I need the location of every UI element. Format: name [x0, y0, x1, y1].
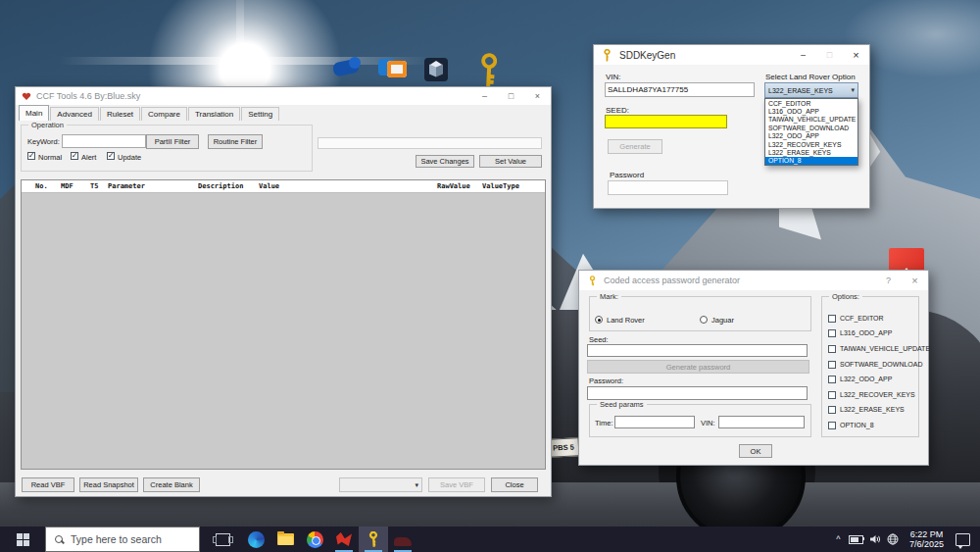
car-app-icon [394, 537, 412, 546]
time-input[interactable] [614, 416, 695, 428]
option-l322-recover-checkbox[interactable] [828, 391, 836, 399]
land-rover-radio[interactable] [595, 316, 603, 324]
read-snapshot-button[interactable]: Read Snapshot [79, 477, 138, 492]
ccf-maximize-button[interactable]: □ [498, 87, 524, 105]
dropdown-option[interactable]: TAIWAN_VEHICLE_UPDATE [765, 116, 858, 124]
land-rover-option-combobox[interactable]: L322_ERASE_KEYS ▾ [764, 82, 858, 98]
folder-icon [277, 533, 294, 545]
create-blank-button[interactable]: Create Blank [143, 477, 200, 492]
seed-params-label: Seed params [597, 400, 647, 409]
read-vbf-button[interactable]: Read VBF [22, 477, 74, 492]
pwdgen-seed-input[interactable] [587, 344, 808, 357]
close-button[interactable]: Close [491, 477, 538, 492]
partii-filter-button[interactable]: PartII Filter [146, 134, 199, 149]
taskbar-sddkeygen[interactable] [359, 527, 388, 552]
option-l322-odo-checkbox[interactable] [828, 376, 836, 383]
dropdown-option[interactable]: SOFTWARE_DOWNLOAD [765, 124, 858, 131]
col-mdf[interactable]: MDF [61, 182, 90, 190]
routine-filter-button[interactable]: Routine Filter [208, 134, 263, 149]
jaguar-radio[interactable] [700, 316, 708, 324]
col-t5[interactable]: T5 [90, 182, 108, 190]
alert-checkbox-label: Alert [81, 153, 96, 162]
tab-main[interactable]: Main [19, 105, 49, 121]
dropdown-option[interactable]: L322_ERASE_KEYS [765, 148, 858, 156]
network-globe-icon[interactable] [887, 533, 899, 545]
action-center-icon[interactable] [956, 533, 970, 546]
alert-checkbox[interactable]: ✓ [71, 152, 78, 160]
desktop-icon-keygen[interactable] [468, 51, 508, 90]
col-no[interactable]: No. [35, 182, 61, 190]
save-changes-button[interactable]: Save Changes [416, 155, 474, 168]
start-button[interactable] [0, 527, 45, 552]
dropdown-option[interactable]: L322_RECOVER_KEYS [765, 140, 858, 148]
option-software-download-checkbox[interactable] [828, 361, 836, 369]
sun-flare-horizontal [59, 57, 431, 65]
hidden-icons-chevron[interactable]: ^ [831, 534, 846, 544]
option-ccf-editor-checkbox[interactable] [828, 315, 836, 323]
tab-compare[interactable]: Compare [141, 107, 187, 121]
save-vbf-button: Save VBF [428, 477, 485, 492]
ok-button[interactable]: OK [739, 444, 772, 458]
ccf-window-title: CCF Tools 4.6 By:Blue.sky [36, 91, 140, 101]
normal-checkbox[interactable]: ✓ [27, 152, 35, 160]
pwdgen-help-button[interactable]: ? [875, 271, 902, 290]
land-rover-option-dropdown-list: CCF_EDITOR L316_ODO_APP TAIWAN_VEHICLE_U… [764, 98, 858, 166]
vin-input[interactable] [605, 82, 755, 97]
pwdgen-close-button[interactable]: × [902, 271, 928, 290]
dropdown-option[interactable]: L316_ODO_APP [765, 107, 858, 115]
option-label: L316_ODO_APP [840, 329, 892, 336]
col-parameter[interactable]: Parameter [108, 182, 198, 190]
set-value-button[interactable]: Set Value [479, 155, 542, 168]
time-label: Time: [595, 419, 612, 427]
tab-advanced[interactable]: Advanced [50, 107, 99, 121]
pwdgen-titlebar[interactable]: Coded access password generator ? × [579, 271, 928, 290]
sdd-minimize-button[interactable]: – [790, 45, 816, 65]
col-description[interactable]: Description [198, 182, 259, 190]
normal-checkbox-label: Normal [38, 153, 62, 162]
password-label: Password [610, 171, 644, 179]
taskbar-ccf-tools[interactable] [329, 527, 359, 552]
ccf-minimize-button[interactable]: – [471, 87, 498, 105]
vin-label: VIN: [606, 73, 621, 81]
option-taiwan-update-checkbox[interactable] [828, 345, 836, 353]
seed-input[interactable] [605, 115, 727, 128]
tab-ruleset[interactable]: Ruleset [100, 107, 140, 121]
col-valuetype[interactable]: ValueType [482, 182, 545, 190]
update-checkbox[interactable]: ✓ [107, 152, 115, 160]
taskbar-dark-app[interactable] [388, 527, 417, 552]
keyword-label: KeyWord: [27, 137, 60, 146]
taskbar-edge[interactable] [241, 527, 270, 552]
option-option8-checkbox[interactable] [828, 422, 836, 429]
land-rover-radio-label: Land Rover [607, 316, 645, 325]
dropdown-option-highlighted[interactable]: OPTION_8 [765, 157, 858, 165]
taskbar-search[interactable]: Type here to search [45, 527, 200, 552]
taskbar-chrome[interactable] [300, 527, 329, 552]
option-label: SOFTWARE_DOWNLOAD [840, 361, 923, 368]
pwdgen-password-output [587, 386, 808, 400]
ccf-close-button[interactable]: × [524, 87, 551, 105]
dropdown-option[interactable]: L322_ODO_APP [765, 132, 858, 140]
taskbar-clock[interactable]: 6:22 PM 7/6/2025 [909, 529, 944, 550]
ccf-data-table[interactable]: No. MDF T5 Parameter Description Value R… [21, 179, 546, 470]
keyword-input[interactable] [62, 134, 146, 148]
option-l316-odo-checkbox[interactable] [828, 329, 836, 337]
vbf-select-dropdown: ▾ [339, 477, 422, 492]
speaker-icon[interactable] [869, 533, 881, 545]
sdd-titlebar[interactable]: SDDKeyGen – □ × [594, 45, 869, 65]
task-view-button[interactable] [208, 527, 237, 552]
tab-setting[interactable]: Setting [241, 107, 279, 121]
tab-translation[interactable]: Translation [188, 107, 240, 121]
sdd-close-button[interactable]: × [843, 45, 869, 65]
option-label: TAIWAN_VEHICLE_UPDATE [840, 345, 930, 352]
windows-logo-icon [17, 533, 29, 546]
col-value[interactable]: Value [259, 182, 437, 190]
battery-icon[interactable] [849, 535, 863, 544]
land-rover-option-label: Select Land Rover Option [765, 73, 856, 81]
pwdgen-vin-input[interactable] [718, 416, 805, 428]
ccf-titlebar[interactable]: CCF Tools 4.6 By:Blue.sky – □ × [16, 87, 551, 105]
taskbar: Type here to search [0, 527, 980, 552]
col-rawvalue[interactable]: RawValue [437, 182, 482, 190]
taskbar-file-explorer[interactable] [270, 527, 300, 552]
dropdown-option[interactable]: CCF_EDITOR [765, 99, 858, 107]
option-l322-erase-checkbox[interactable] [828, 406, 836, 414]
